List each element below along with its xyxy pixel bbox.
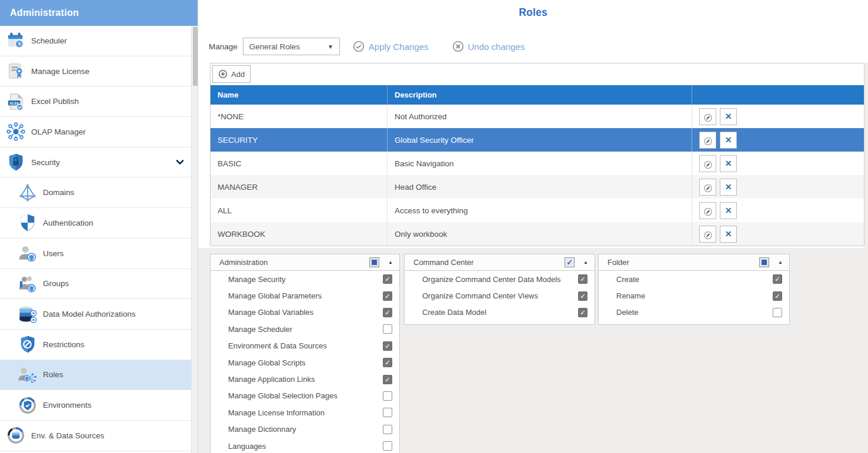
- add-plus-circle-icon: [218, 69, 228, 79]
- sidebar-item-olap-manager[interactable]: OLAP Manager: [0, 117, 192, 147]
- sidebar-scrollbar-track[interactable]: [191, 26, 198, 453]
- sidebar-item-restrictions[interactable]: Restrictions: [0, 330, 192, 360]
- role-description-cell: Head Office: [387, 175, 692, 199]
- collapse-arrow-icon[interactable]: ▲: [583, 260, 588, 265]
- sidebar-title: Administration: [0, 0, 198, 26]
- permission-label: Languages: [228, 442, 383, 451]
- checkbox-manage-application-links[interactable]: ✓: [383, 375, 392, 384]
- permission-label: Environment & Data Sources: [228, 341, 383, 350]
- checkbox-manage-scheduler[interactable]: [383, 324, 392, 334]
- checkbox-organize-command-center-data-models[interactable]: ✓: [578, 274, 587, 284]
- permission-item-rename: Rename✓: [599, 287, 789, 304]
- permission-label: Manage Scheduler: [228, 325, 383, 334]
- sidebar-scrollbar-thumb[interactable]: [193, 27, 198, 86]
- role-name-cell: *NONE: [211, 105, 387, 128]
- permission-item-manage-security: Manage Security✓: [211, 271, 399, 287]
- checkbox-environment-data-sources[interactable]: ✓: [383, 341, 392, 351]
- checkbox-create-data-model[interactable]: ✓: [578, 308, 587, 317]
- sidebar-item-users[interactable]: Users: [0, 239, 192, 269]
- table-row-workbook[interactable]: WORKBOOKOnly workbook✕: [211, 222, 864, 246]
- delete-role-button[interactable]: ✕: [720, 202, 737, 219]
- checkbox-languages[interactable]: [383, 441, 392, 451]
- column-header-description[interactable]: Description: [387, 85, 692, 105]
- sidebar-item-security[interactable]: Security: [0, 147, 192, 178]
- table-row-all[interactable]: ALLAccess to everything✕: [211, 199, 864, 222]
- edit-pencil-icon: [703, 159, 713, 168]
- panel-administration: Administration▲Manage Security✓Manage Gl…: [210, 254, 400, 453]
- panel-checkbox-command-center[interactable]: ✓: [565, 257, 575, 267]
- edit-role-button[interactable]: [699, 155, 716, 172]
- sidebar-item-authentication[interactable]: Authentication: [0, 208, 192, 239]
- checkbox-manage-dictionnary[interactable]: [383, 425, 392, 434]
- checkbox-manage-global-selection-pages[interactable]: [383, 391, 392, 401]
- permission-label: Manage Global Scripts: [228, 358, 383, 367]
- edit-role-button[interactable]: [699, 179, 716, 196]
- collapse-arrow-icon[interactable]: ▲: [778, 260, 783, 265]
- permission-item-create-data-model: Create Data Model✓: [405, 304, 595, 321]
- permission-label: Manage Dictionnary: [228, 425, 383, 434]
- checkbox-create[interactable]: ✓: [773, 274, 782, 284]
- permission-item-organize-command-center-data-models: Organize Command Center Data Models✓: [405, 271, 595, 287]
- sidebar-item-env-data-sources[interactable]: Env. & Data Sources: [0, 421, 192, 451]
- delete-x-icon: ✕: [725, 136, 732, 144]
- sidebar-item-manage-license[interactable]: Manage License: [0, 56, 192, 87]
- users-icon: [18, 243, 38, 263]
- role-description-cell: Not Authorized: [387, 105, 692, 128]
- checkbox-manage-global-scripts[interactable]: ✓: [383, 358, 392, 367]
- sidebar-item-label: Roles: [43, 370, 64, 379]
- sidebar-item-label: Data Model Authorizations: [43, 310, 136, 318]
- roles-table-header: Name Description: [211, 85, 864, 105]
- sidebar-item-excel-publish[interactable]: XLSXExcel Publish: [0, 86, 192, 117]
- table-row-manager[interactable]: MANAGERHead Office✕: [211, 175, 864, 199]
- checkbox-manage-global-parameters[interactable]: ✓: [383, 291, 392, 301]
- sidebar-item-roles[interactable]: Roles: [0, 360, 192, 391]
- add-role-label: Add: [231, 70, 245, 79]
- add-role-button[interactable]: Add: [212, 65, 251, 83]
- sidebar-item-groups[interactable]: Groups: [0, 269, 192, 300]
- checkbox-manage-global-variables[interactable]: ✓: [383, 308, 392, 317]
- edit-role-button[interactable]: [699, 226, 716, 243]
- edit-role-button[interactable]: [699, 132, 716, 149]
- edit-role-button[interactable]: [699, 108, 716, 125]
- delete-role-button[interactable]: ✕: [720, 108, 737, 125]
- permission-item-manage-global-parameters: Manage Global Parameters✓: [211, 287, 399, 304]
- edit-role-button[interactable]: [699, 202, 716, 219]
- excel-icon: XLSX: [6, 92, 26, 112]
- panel-folder: Folder▲Create✓Rename✓Delete: [598, 254, 790, 325]
- sidebar-item-label: Groups: [43, 279, 69, 288]
- checkbox-organize-command-center-views[interactable]: ✓: [578, 291, 587, 301]
- env-data-sources-icon: [6, 425, 26, 445]
- sidebar-item-data-model-authorizations[interactable]: Data Model Authorizations: [0, 299, 192, 330]
- permission-label: Create Data Model: [422, 308, 578, 317]
- checkbox-manage-security[interactable]: ✓: [383, 274, 392, 284]
- table-row-none[interactable]: *NONENot Authorized✕: [211, 105, 864, 128]
- main-content: Roles Manage General Roles ▼ Apply Chang…: [198, 0, 868, 453]
- table-row-security[interactable]: SECURITYGlobal Security Officer✕: [211, 128, 864, 152]
- sidebar-item-domains[interactable]: Domains: [0, 177, 192, 208]
- checkbox-delete[interactable]: [773, 308, 782, 317]
- sidebar-item-scheduler[interactable]: Scheduler: [0, 26, 192, 56]
- column-header-name[interactable]: Name: [211, 85, 387, 105]
- table-row-basic[interactable]: BASICBasic Navigation✕: [211, 152, 864, 175]
- panel-header-command-center: Command Center✓▲: [405, 254, 595, 271]
- manage-roles-select[interactable]: General Roles ▼: [243, 38, 340, 55]
- delete-role-button[interactable]: ✕: [720, 226, 737, 243]
- delete-role-button[interactable]: ✕: [720, 155, 737, 172]
- checkbox-rename[interactable]: ✓: [773, 291, 782, 301]
- checkbox-manage-license-information[interactable]: [383, 408, 392, 417]
- delete-role-button[interactable]: ✕: [720, 132, 737, 149]
- panel-title: Folder: [607, 258, 759, 267]
- undo-changes-button[interactable]: Undo changes: [452, 41, 525, 52]
- permission-label: Rename: [616, 291, 773, 300]
- delete-role-button[interactable]: ✕: [720, 179, 737, 196]
- role-actions-cell: ✕: [692, 105, 864, 128]
- license-icon: [6, 61, 26, 81]
- chevron-down-icon: [175, 157, 185, 167]
- sidebar-item-environments[interactable]: Environments: [0, 390, 192, 421]
- collapse-arrow-icon[interactable]: ▲: [388, 260, 393, 265]
- permission-item-languages: Languages: [211, 438, 399, 453]
- apply-changes-button[interactable]: Apply Changes: [353, 41, 429, 52]
- panel-checkbox-folder[interactable]: [759, 257, 769, 267]
- permission-item-organize-command-center-views: Organize Command Center Views✓: [405, 287, 595, 304]
- panel-checkbox-administration[interactable]: [369, 257, 379, 267]
